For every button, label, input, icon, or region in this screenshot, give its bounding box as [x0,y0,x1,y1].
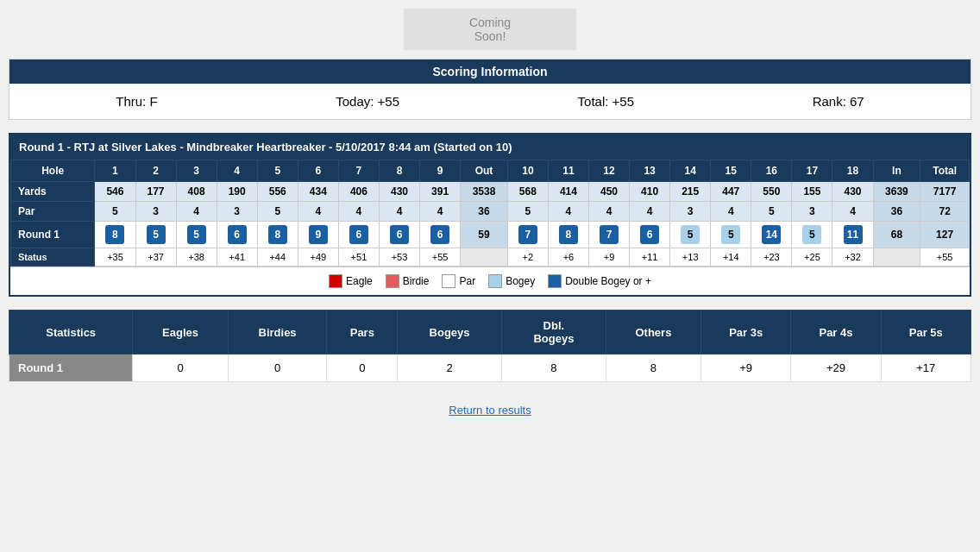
r1-score-5: 8 [257,222,298,248]
stats-bogeys: 2 [398,354,502,382]
bogey-label: Bogey [506,275,535,287]
total-header: Total [920,160,970,182]
r1-in: 68 [873,222,920,248]
yard-7: 406 [338,182,379,202]
eagle-legend: Eagle [329,274,373,288]
status-label: Status [11,248,95,267]
return-to-results-link[interactable]: Return to results [449,404,531,417]
stats-header-row: Statistics Eagles Birdies Pars Bogeys Db… [9,310,971,354]
dbl-bogeys-col-header: Dbl.Bogeys [501,310,606,354]
yard-11: 414 [548,182,588,202]
par3s-col-header: Par 3s [701,310,791,354]
r1-total: 127 [920,222,970,248]
scoring-info-header: Scoring Information [9,60,971,84]
yard-13: 410 [630,182,670,202]
r1-score-13: 6 [630,222,670,248]
hole-6-header: 6 [298,160,338,182]
status-out [461,248,508,267]
stats-par4s: +29 [791,354,881,382]
yard-out: 3538 [461,182,508,202]
par-7: 4 [338,202,379,222]
hole-3-header: 3 [176,160,217,182]
hole-5-header: 5 [257,160,298,182]
status-12: +9 [589,248,630,267]
r1-score-9: 6 [420,222,461,248]
status-10: +2 [507,248,548,267]
r1-score-16: 14 [751,222,792,248]
r1-score-6: 9 [298,222,338,248]
yard-2: 177 [135,182,176,202]
yard-14: 215 [670,182,711,202]
stats-round1-label: Round 1 [9,354,133,382]
r1-score-12: 7 [589,222,630,248]
status-total: +55 [920,248,970,267]
hole-12-header: 12 [589,160,630,182]
hole-18-header: 18 [832,160,873,182]
yard-4: 190 [217,182,257,202]
par5s-col-header: Par 5s [881,310,971,354]
par-2: 3 [135,202,176,222]
header-row: Hole 1 2 3 4 5 6 7 8 9 Out 10 11 12 13 1… [11,160,970,182]
bogey-box [488,274,502,288]
hole-13-header: 13 [630,160,670,182]
yard-1: 546 [95,182,135,202]
par-box [442,274,455,288]
r1-score-17: 5 [792,222,832,248]
r1-score-15: 5 [711,222,751,248]
round1-label: Round 1 [11,222,95,248]
hole-14-header: 14 [670,160,711,182]
coming-soon-line1: Coming [438,16,542,29]
r1-score-2: 5 [135,222,176,248]
stats-col-header: Statistics [9,310,133,354]
yard-6: 434 [298,182,338,202]
par-12: 4 [589,202,630,222]
status-2: +37 [135,248,176,267]
stats-birdies: 0 [228,354,327,382]
yard-5: 556 [257,182,298,202]
coming-soon-line2: Soon! [438,29,542,43]
yards-row: Yards 546 177 408 190 556 434 406 430 39… [11,182,970,202]
hole-2-header: 2 [135,160,176,182]
scorecard-section: Round 1 - RTJ at Silver Lakes - Mindbrea… [9,133,971,297]
stats-pars: 0 [327,354,398,382]
round1-row: Round 1 8 5 5 6 8 9 6 6 6 59 7 8 7 6 5 5… [11,222,970,248]
hole-1-header: 1 [95,160,135,182]
yard-total: 7177 [920,182,970,202]
r1-score-18: 11 [832,222,873,248]
yard-17: 155 [792,182,832,202]
status-15: +14 [711,248,751,267]
r1-score-7: 6 [338,222,379,248]
r1-score-3: 5 [176,222,217,248]
double-bogey-label: Double Bogey or + [565,275,651,287]
scoring-info-section: Scoring Information Thru: F Today: +55 T… [9,59,971,120]
par-label: Par [459,275,475,287]
stats-others: 8 [606,354,700,382]
par-10: 5 [507,202,548,222]
birdies-col-header: Birdies [228,310,327,354]
par4s-col-header: Par 4s [791,310,881,354]
hole-17-header: 17 [792,160,832,182]
in-header: In [873,160,920,182]
par-label: Par [11,202,95,222]
eagle-label: Eagle [346,275,373,287]
status-16: +23 [751,248,792,267]
status-3: +38 [176,248,217,267]
yards-label: Yards [11,182,95,202]
par-13: 4 [630,202,670,222]
yard-9: 391 [420,182,461,202]
par-in: 36 [873,202,920,222]
yard-18: 430 [832,182,873,202]
status-4: +41 [217,248,257,267]
today-value: Today: +55 [336,94,399,109]
stats-table: Statistics Eagles Birdies Pars Bogeys Db… [9,310,971,382]
par-11: 4 [548,202,588,222]
hole-15-header: 15 [711,160,751,182]
par-5: 5 [257,202,298,222]
r1-score-4: 6 [217,222,257,248]
par-17: 3 [792,202,832,222]
par-legend: Par [442,274,475,288]
eagle-box [329,274,342,288]
scorecard-table: Hole 1 2 3 4 5 6 7 8 9 Out 10 11 12 13 1… [10,160,970,267]
return-link-section: Return to results [9,395,971,425]
eagles-col-header: Eagles [133,310,228,354]
